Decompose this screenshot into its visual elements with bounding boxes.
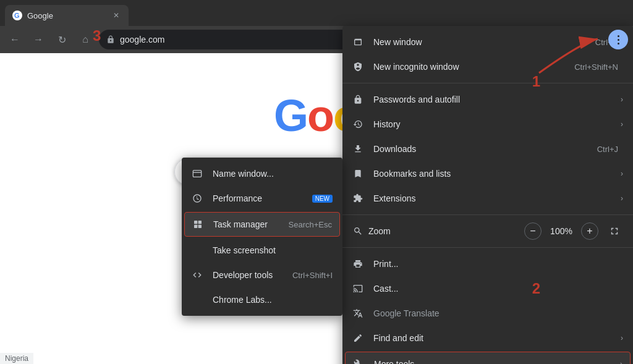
- zoom-plus-button[interactable]: +: [581, 222, 598, 240]
- more-tools-submenu: Name window... Performance NEW Task mana…: [182, 158, 342, 316]
- zoom-row: Zoom − 100% +: [342, 219, 633, 243]
- new-window-icon: [352, 36, 363, 48]
- back-button[interactable]: ←: [5, 30, 25, 49]
- logo-letter-g: G: [274, 91, 307, 140]
- zoom-fullscreen-button[interactable]: [606, 222, 623, 240]
- developer-tools-icon: [192, 269, 203, 281]
- passwords-arrow: ›: [621, 95, 623, 104]
- status-bar: Nigeria: [0, 353, 33, 364]
- more-tools-arrow: ›: [620, 360, 622, 364]
- svg-rect-8: [198, 221, 202, 224]
- submenu-item-chrome-labs[interactable]: Chrome Labs...: [182, 287, 342, 312]
- menu-label-history: History: [373, 119, 611, 129]
- submenu-label-name-window: Name window...: [213, 169, 333, 179]
- history-icon: [352, 119, 363, 130]
- zoom-value: 100%: [549, 226, 574, 236]
- zoom-label: Zoom: [368, 226, 519, 236]
- svg-rect-10: [198, 225, 202, 228]
- menu-label-new-window: New window: [373, 37, 585, 47]
- menu-item-extensions[interactable]: Extensions ›: [342, 186, 633, 211]
- take-screenshot-icon: [192, 245, 203, 256]
- submenu-label-task-manager: Task manager: [213, 219, 279, 229]
- menu-item-bookmarks[interactable]: Bookmarks and lists ›: [342, 161, 633, 186]
- menu-label-downloads: Downloads: [373, 144, 587, 154]
- menu-divider-3: [342, 247, 633, 248]
- chrome-labs-icon: [192, 294, 203, 305]
- menu-item-more-tools[interactable]: More tools ›: [345, 352, 631, 364]
- downloads-shortcut: Ctrl+J: [597, 145, 618, 154]
- new-incognito-shortcut: Ctrl+Shift+N: [574, 62, 618, 72]
- bookmarks-arrow: ›: [621, 169, 623, 178]
- tab-bar: G Google ✕: [0, 0, 633, 26]
- submenu-label-performance: Performance: [213, 193, 300, 203]
- submenu-item-take-screenshot[interactable]: Take screenshot: [182, 238, 342, 263]
- menu-label-new-incognito: New incognito window: [373, 62, 564, 72]
- history-arrow: ›: [621, 120, 623, 129]
- submenu-label-developer-tools: Developer tools: [213, 270, 283, 280]
- menu-label-more-tools: More tools: [374, 359, 610, 364]
- status-text: Nigeria: [5, 354, 28, 363]
- task-manager-icon: [192, 219, 203, 230]
- name-window-icon: [192, 168, 203, 179]
- svg-rect-5: [193, 171, 201, 177]
- active-tab[interactable]: G Google ✕: [5, 5, 129, 26]
- submenu-item-name-window[interactable]: Name window...: [182, 161, 342, 186]
- menu-item-translate[interactable]: Google Translate: [342, 301, 633, 326]
- downloads-icon: [352, 143, 363, 154]
- menu-item-find-edit[interactable]: Find and edit ›: [342, 326, 633, 350]
- menu-item-print[interactable]: Print...: [342, 252, 633, 276]
- tab-close-button[interactable]: ✕: [111, 11, 121, 20]
- forward-button[interactable]: →: [28, 30, 48, 49]
- submenu-label-chrome-labs: Chrome Labs...: [213, 295, 333, 305]
- find-edit-arrow: ›: [621, 334, 623, 342]
- menu-label-print: Print...: [373, 259, 623, 269]
- zoom-minus-button[interactable]: −: [524, 222, 542, 240]
- svg-rect-7: [194, 221, 197, 224]
- cast-icon: [352, 283, 363, 294]
- zoom-icon: [352, 226, 363, 237]
- address-text: google.com: [120, 35, 164, 44]
- svg-text:G: G: [14, 12, 20, 19]
- home-button[interactable]: ⌂: [75, 30, 95, 49]
- tab-favicon: G: [12, 11, 22, 20]
- lock-icon: [106, 35, 115, 44]
- refresh-button[interactable]: ↻: [52, 30, 72, 49]
- performance-new-badge: NEW: [312, 195, 333, 203]
- menu-label-find-edit: Find and edit: [373, 333, 611, 343]
- submenu-item-developer-tools[interactable]: Developer tools Ctrl+Shift+I: [182, 263, 342, 287]
- submenu-label-take-screenshot: Take screenshot: [213, 245, 333, 255]
- submenu-item-performance[interactable]: Performance NEW: [182, 186, 342, 211]
- find-edit-icon: [352, 332, 363, 344]
- menu-item-new-window[interactable]: New window Ctrl+N: [342, 30, 633, 54]
- menu-item-cast[interactable]: Cast...: [342, 276, 633, 301]
- svg-rect-9: [194, 225, 197, 228]
- print-icon: [352, 258, 363, 269]
- translate-icon: [352, 308, 363, 319]
- extensions-icon: [352, 193, 363, 204]
- menu-label-translate: Google Translate: [373, 308, 623, 318]
- three-dots-icon: [618, 35, 619, 44]
- chrome-menu-button[interactable]: [608, 30, 628, 49]
- menu-divider-2: [342, 214, 633, 215]
- more-tools-icon: [353, 358, 364, 364]
- passwords-icon: [352, 94, 363, 105]
- developer-tools-shortcut: Ctrl+Shift+I: [292, 271, 333, 280]
- menu-item-passwords[interactable]: Passwords and autofill ›: [342, 87, 633, 112]
- extensions-arrow: ›: [621, 194, 623, 203]
- performance-icon: [192, 193, 203, 204]
- menu-item-downloads[interactable]: Downloads Ctrl+J: [342, 137, 633, 161]
- tab-title: Google: [27, 11, 106, 20]
- zoom-controls: − 100% +: [524, 222, 623, 240]
- logo-letter-o1: o: [307, 91, 333, 140]
- menu-divider-1: [342, 83, 633, 83]
- submenu-item-task-manager[interactable]: Task manager Search+Esc: [184, 212, 340, 237]
- browser-frame: G Google ✕ ← → ↻ ⌂ google.com: [0, 0, 633, 364]
- bookmarks-icon: [352, 168, 363, 179]
- menu-item-history[interactable]: History ›: [342, 112, 633, 137]
- menu-label-passwords: Passwords and autofill: [373, 95, 611, 104]
- chrome-main-menu: ✕ New window Ctrl+N New incognito window…: [342, 26, 633, 364]
- menu-label-extensions: Extensions: [373, 193, 611, 203]
- task-manager-shortcut: Search+Esc: [289, 220, 332, 229]
- incognito-icon: [352, 61, 363, 72]
- menu-item-new-incognito[interactable]: New incognito window Ctrl+Shift+N: [342, 54, 633, 79]
